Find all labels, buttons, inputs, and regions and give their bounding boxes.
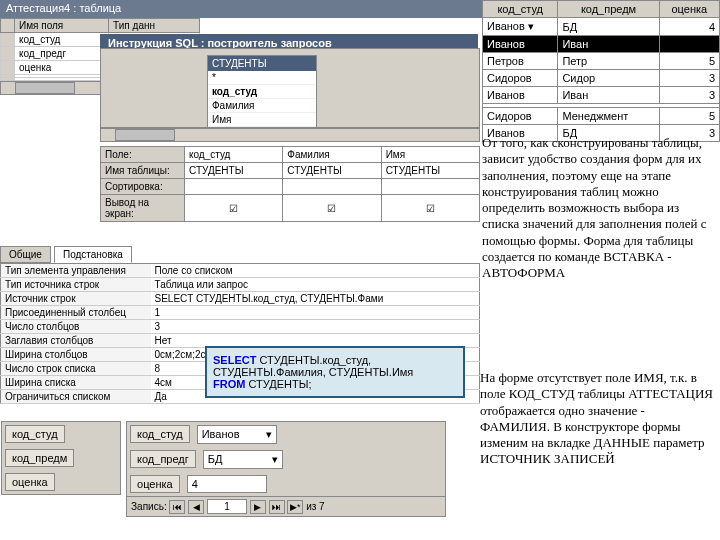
cell[interactable]: код_студ [15,33,109,47]
qbe-check[interactable]: ☑ [283,195,381,222]
nav-new-button[interactable]: ▶* [287,500,303,514]
dg-header[interactable]: код_студ [483,1,558,18]
sql-callout: SELECT СТУДЕНТЫ.код_студ, СТУДЕНТЫ.Фамил… [205,346,465,398]
field-star[interactable]: * [208,71,316,85]
dg-header[interactable]: оценка [659,1,719,18]
pvalue[interactable]: SELECT СТУДЕНТЫ.код_студ, СТУДЕНТЫ.Фами [151,292,480,306]
pvalue[interactable]: 3 [151,320,480,334]
table-row[interactable]: ПетровПетр5 [483,53,720,70]
field-item[interactable]: Имя [208,113,316,127]
plabel: Число строк списка [1,362,151,376]
plabel: Заглавия столбцов [1,334,151,348]
pvalue[interactable]: Таблица или запрос [151,278,480,292]
qbe-cell[interactable] [381,179,479,195]
col-datatype: Тип данн [109,19,200,33]
qbe-cell[interactable]: код_студ [185,147,283,163]
qbe-cell[interactable]: Имя [381,147,479,163]
table-row[interactable]: ИвановИван3 [483,87,720,104]
field-item[interactable]: Фамилия [208,99,316,113]
datasheet-grid[interactable]: код_студкод_предмоценка Иванов ▾БД4 Иван… [482,0,720,142]
body-text-1: От того, как сконструированы таблицы, за… [482,135,718,281]
plabel: Присоединенный столбец [1,306,151,320]
table-box-title: СТУДЕНТЫ [208,56,316,71]
property-tabs: Общие Подстановка [0,246,480,263]
form-label: оценка [5,473,55,491]
nav-next-button[interactable]: ▶ [250,500,266,514]
dg-header[interactable]: код_предм [558,1,659,18]
qbe-check[interactable]: ☑ [381,195,479,222]
qbe-check[interactable]: ☑ [185,195,283,222]
table-row[interactable]: СидоровМенеджмент5 [483,108,720,125]
nav-last-button[interactable]: ⏭ [269,500,285,514]
tab-lookup[interactable]: Подстановка [54,246,132,263]
form-preview-labels: код_студ код_предм оценка [1,421,121,495]
field-item[interactable]: код_студ [208,85,316,99]
plabel: Ширина столбцов [1,348,151,362]
form-label: код_студ [130,425,190,443]
col-fieldname: Имя поля [15,19,109,33]
source-table-box[interactable]: СТУДЕНТЫ * код_студ Фамилия Имя [207,55,317,128]
qbe-cell[interactable]: СТУДЕНТЫ [283,163,381,179]
combo-subj[interactable]: БД▾ [203,450,283,469]
tab-general[interactable]: Общие [0,246,51,263]
nav-prev-button[interactable]: ◀ [188,500,204,514]
combo-stud[interactable]: Иванов▾ [197,425,277,444]
qbe-cell[interactable] [185,179,283,195]
nav-first-button[interactable]: ⏮ [169,500,185,514]
nav-label: Запись: [131,501,167,512]
form-label: код_предг [130,450,196,468]
table-row-selected[interactable]: ИвановИван [483,36,720,53]
plabel: Тип источника строк [1,278,151,292]
qbe-label: Вывод на экран: [101,195,185,222]
qbe-label: Имя таблицы: [101,163,185,179]
chevron-down-icon[interactable]: ▾ [266,428,272,441]
record-navigator: Запись: ⏮ ◀ 1 ▶ ⏭ ▶* из 7 [127,496,445,516]
form-label: код_студ [5,425,65,443]
form-label: код_предм [5,449,74,467]
table-row[interactable]: СидоровСидор3 [483,70,720,87]
qbe-cell[interactable]: СТУДЕНТЫ [185,163,283,179]
qbe-grid[interactable]: Поле:код_студФамилияИмя Имя таблицы:СТУД… [100,146,480,222]
h-scrollbar[interactable] [100,128,480,142]
qbe-cell[interactable] [283,179,381,195]
plabel: Тип элемента управления [1,264,151,278]
plabel: Ширина списка [1,376,151,390]
pvalue[interactable]: Поле со списком [151,264,480,278]
qbe-cell[interactable]: Фамилия [283,147,381,163]
form-preview: код_студ Иванов▾ код_предг БД▾ оценка 4 … [126,421,446,517]
qbe-label: Сортировка: [101,179,185,195]
qbe-label: Поле: [101,147,185,163]
nav-total: из 7 [306,501,325,512]
chevron-down-icon[interactable]: ▾ [528,20,534,32]
input-grade[interactable]: 4 [187,475,267,493]
chevron-down-icon[interactable]: ▾ [272,453,278,466]
plabel: Ограничиться списком [1,390,151,404]
nav-record-input[interactable]: 1 [207,499,247,514]
form-label: оценка [130,475,180,493]
pvalue[interactable]: 1 [151,306,480,320]
body-text-2: На форме отсутствует поле ИМЯ, т.к. в по… [480,370,718,468]
table-row[interactable]: Иванов ▾БД4 [483,18,720,36]
qbe-cell[interactable]: СТУДЕНТЫ [381,163,479,179]
plabel: Источник строк [1,292,151,306]
plabel: Число столбцов [1,320,151,334]
